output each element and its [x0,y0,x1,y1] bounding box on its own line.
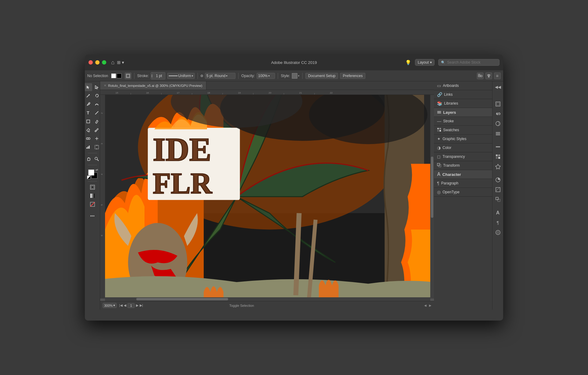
links-strip-icon[interactable] [494,110,502,118]
collapse-icon[interactable]: ◀◀ [494,83,502,91]
stroke-down-arrow[interactable]: ▼ [151,76,153,78]
pencil-tool[interactable] [93,117,100,125]
none-fill-icon[interactable] [89,200,96,208]
close-button[interactable] [89,60,93,65]
artboards-strip-icon[interactable] [494,100,502,108]
next-page-button[interactable]: ▶ [136,303,138,307]
svg-rect-47 [100,95,105,299]
bar-graph-tool[interactable] [85,143,92,151]
swatches-header[interactable]: Swatches [434,126,492,134]
color-strip-icon[interactable] [494,176,502,184]
appearance-icon[interactable] [125,72,131,79]
paintbucket-tool[interactable] [85,126,92,134]
left-arrow-icon[interactable]: ◀ [424,304,427,307]
horizontal-scrollbar-thumb[interactable] [136,298,228,300]
workspace-switcher[interactable]: ⊞ ▾ [117,60,124,65]
zoom-tool[interactable] [93,155,100,163]
minimize-button[interactable] [95,60,100,65]
last-page-button[interactable]: ▶| [140,303,143,307]
more-tools-icon[interactable]: ••• [89,212,96,220]
stroke-stepper[interactable]: ▲ ▼ [151,72,165,80]
document-setup-button[interactable]: Document Setup [305,73,338,79]
select-tool[interactable] [85,83,92,91]
foreground-color[interactable] [88,169,94,176]
stock-search-input[interactable] [447,60,497,65]
right-arrow-icon[interactable]: ▶ [429,304,432,307]
layers-strip-icon[interactable] [494,129,502,138]
paragraph-header[interactable]: ¶ Paragraph [434,179,492,188]
vertical-scrollbar-thumb[interactable] [431,157,433,218]
layout-button[interactable]: Layout ▾ [415,59,435,66]
swap-colors-icon[interactable]: ⇄ [96,168,98,172]
type-tool[interactable]: T [85,109,92,117]
color-header[interactable]: ◑ Color [434,143,492,152]
artboards-header[interactable]: ▭ Artboards [434,81,492,90]
preferences-button[interactable]: Preferences [340,73,365,79]
blend-tool[interactable] [85,135,92,143]
links-header[interactable]: 🔗 Links [434,90,492,99]
libraries-strip-icon[interactable] [494,119,502,128]
home-icon[interactable]: ⌂ [111,59,115,66]
opacity-select[interactable]: 100% ▾ [257,73,275,79]
graph-tools [85,143,100,151]
character-header[interactable]: A Character [434,170,492,179]
transform-header[interactable]: Transform [434,161,492,170]
reset-colors-icon[interactable] [87,176,91,179]
stroke-header[interactable]: — Stroke [434,117,492,125]
links-label: Links [444,92,453,97]
maximize-button[interactable] [102,60,106,65]
hand-tool[interactable] [85,155,92,163]
transparency-strip-icon[interactable] [494,185,502,194]
transparency-header[interactable]: ◻ Transparency [434,152,492,161]
prev-page-button[interactable]: ◀ [124,303,126,307]
character-strip-icon[interactable]: A [494,209,502,217]
stroke-line-select[interactable]: Uniform ▾ [167,73,195,79]
mask-icon[interactable] [89,183,96,191]
pt-round-select[interactable]: 5 pt. Round ▾ [205,73,236,79]
line-tool[interactable] [93,109,100,117]
eyedropper-tool[interactable] [93,126,100,134]
close-tab-icon[interactable]: ✕ [104,84,106,87]
canvas-viewport[interactable]: IDE FLR [105,95,434,299]
zoom-select[interactable]: 300% ▾ [103,303,117,308]
more-icon[interactable]: ≡ [494,72,501,79]
curvature-tool[interactable] [93,100,100,108]
symbol-tool[interactable] [93,135,100,143]
direct-select-tool[interactable] [93,83,100,91]
libraries-header[interactable]: 📚 Libraries [434,99,492,108]
svg-marker-84 [496,164,500,169]
vertical-scrollbar[interactable] [430,95,434,299]
graphic-styles-header[interactable]: ✦ Graphic Styles [434,135,492,143]
svg-text:22: 22 [330,91,333,94]
lasso-tool[interactable] [93,92,100,100]
opentype-header[interactable]: ◎ OpenType [434,188,492,196]
search-icon: 🔍 [441,61,445,65]
main-area: T [85,81,503,310]
transform-strip-icon[interactable] [494,195,502,204]
paragraph-strip-icon[interactable]: ¶ [494,218,502,227]
separator-5 [302,73,303,79]
magic-wand-tool[interactable] [85,92,92,100]
fill-color[interactable] [111,73,116,78]
document-tab[interactable]: ✕ Rotulo_final_tempestade_v5.ai @ 300% (… [100,81,206,90]
gradient-icon[interactable] [89,192,96,200]
stroke-strip-icon[interactable] [494,143,502,151]
swatches-strip-icon[interactable] [494,152,502,161]
layers-header[interactable]: Layers [434,108,492,117]
opentype-strip-icon[interactable] [494,228,502,237]
separator-1 [134,73,134,79]
first-page-button[interactable]: |◀ [119,303,123,307]
graphic-styles-strip-icon[interactable] [494,162,502,171]
stock-search-box[interactable]: 🔍 [438,59,499,66]
horizontal-scrollbar[interactable] [105,297,430,301]
style-box[interactable]: ▾ [292,73,300,79]
artboard-tool[interactable] [93,143,100,151]
arrange-icon[interactable] [477,72,484,79]
stroke-value-input[interactable] [153,73,165,79]
rect-tool[interactable] [85,117,92,125]
lightbulb-icon[interactable]: 💡 [405,60,411,65]
page-number-input[interactable] [127,303,135,308]
stroke-color[interactable] [117,73,122,78]
pen-tool[interactable] [85,100,92,108]
align-icon[interactable] [485,72,492,79]
